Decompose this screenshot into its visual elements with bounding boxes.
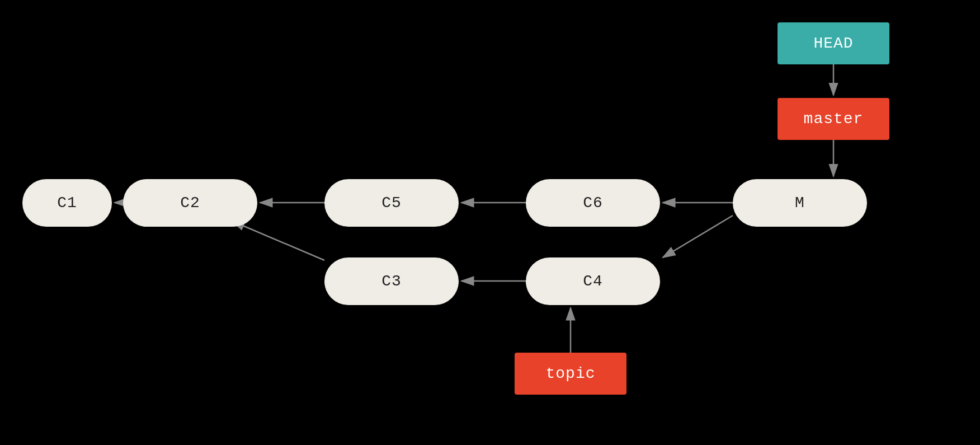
svg-line-9 [232, 221, 324, 260]
svg-line-7 [663, 216, 733, 257]
git-diagram: HEAD master M C6 C5 C2 C1 C4 C3 topic [0, 0, 980, 445]
node-topic: topic [515, 353, 626, 395]
node-HEAD: HEAD [778, 22, 889, 64]
node-C1-label: C1 [57, 194, 77, 212]
node-C5: C5 [324, 179, 459, 227]
node-M: M [733, 179, 867, 227]
node-C2: C2 [123, 179, 257, 227]
node-C3: C3 [324, 257, 459, 305]
node-C4-label: C4 [583, 273, 603, 290]
node-C6: C6 [526, 179, 660, 227]
node-M-label: M [795, 194, 805, 212]
node-master-label: master [804, 110, 864, 128]
node-HEAD-label: HEAD [813, 35, 853, 52]
node-C2-label: C2 [180, 194, 200, 212]
node-C6-label: C6 [583, 194, 603, 212]
node-master: master [778, 98, 889, 140]
node-C1: C1 [22, 179, 112, 227]
node-C4: C4 [526, 257, 660, 305]
node-C3-label: C3 [381, 273, 402, 290]
node-topic-label: topic [545, 365, 595, 382]
node-C5-label: C5 [381, 194, 402, 212]
